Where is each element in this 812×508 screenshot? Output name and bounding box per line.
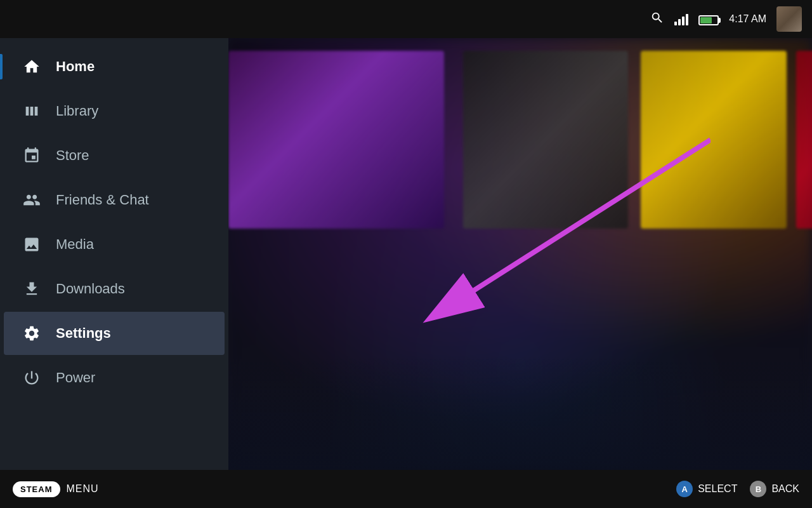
- sidebar-item-settings[interactable]: Settings: [4, 312, 225, 355]
- bottom-bar: STEAM MENU A SELECT B BACK: [0, 470, 812, 508]
- downloads-icon: [22, 279, 42, 299]
- store-icon: [22, 145, 42, 166]
- game-thumb-1: [228, 51, 444, 229]
- bottom-content: [228, 356, 812, 470]
- sidebar-item-friends[interactable]: Friends & Chat: [4, 178, 225, 222]
- steam-badge[interactable]: STEAM: [13, 481, 60, 497]
- bottom-right-controls: A SELECT B BACK: [676, 481, 799, 497]
- sidebar-label-downloads: Downloads: [56, 281, 125, 297]
- sidebar-label-settings: Settings: [56, 325, 111, 342]
- home-icon: [22, 57, 42, 77]
- friends-icon: [22, 190, 42, 210]
- sidebar-label-media: Media: [56, 236, 94, 253]
- battery-icon: [698, 12, 719, 27]
- sidebar-item-media[interactable]: Media: [4, 223, 225, 266]
- top-bar: 4:17 AM: [0, 0, 812, 38]
- sidebar-label-store: Store: [56, 147, 89, 164]
- top-icons: 4:17 AM: [650, 6, 802, 32]
- avatar[interactable]: [776, 6, 802, 32]
- sidebar-label-library: Library: [56, 103, 98, 119]
- sidebar-label-home: Home: [56, 58, 95, 75]
- sidebar-item-library[interactable]: Library: [4, 90, 225, 133]
- search-icon[interactable]: [650, 11, 664, 28]
- b-button[interactable]: B: [750, 481, 766, 497]
- game-thumb-3: [641, 51, 787, 229]
- settings-icon: [22, 323, 42, 344]
- back-label: BACK: [771, 483, 799, 495]
- main-area: Home Library Store Friends & Chat: [0, 38, 812, 470]
- steam-menu-group: STEAM MENU: [13, 481, 99, 497]
- library-icon: [22, 101, 42, 121]
- game-thumb-2: [463, 51, 628, 229]
- sidebar-label-power: Power: [56, 370, 95, 386]
- media-icon: [22, 234, 42, 255]
- time-display: 4:17 AM: [729, 13, 766, 25]
- sidebar-item-power[interactable]: Power: [4, 356, 225, 399]
- content-panel: [228, 38, 812, 470]
- select-label: SELECT: [698, 483, 737, 495]
- power-icon: [22, 368, 42, 388]
- back-indicator: B BACK: [750, 481, 799, 497]
- game-thumb-4: [796, 51, 812, 229]
- menu-label: MENU: [67, 483, 99, 495]
- select-indicator: A SELECT: [676, 481, 737, 497]
- sidebar-item-home[interactable]: Home: [4, 45, 225, 88]
- sidebar-item-downloads[interactable]: Downloads: [4, 267, 225, 311]
- a-button[interactable]: A: [676, 481, 693, 497]
- signal-icon: [674, 13, 688, 25]
- sidebar-item-store[interactable]: Store: [4, 134, 225, 177]
- sidebar-label-friends: Friends & Chat: [56, 192, 149, 208]
- sidebar: Home Library Store Friends & Chat: [0, 38, 228, 470]
